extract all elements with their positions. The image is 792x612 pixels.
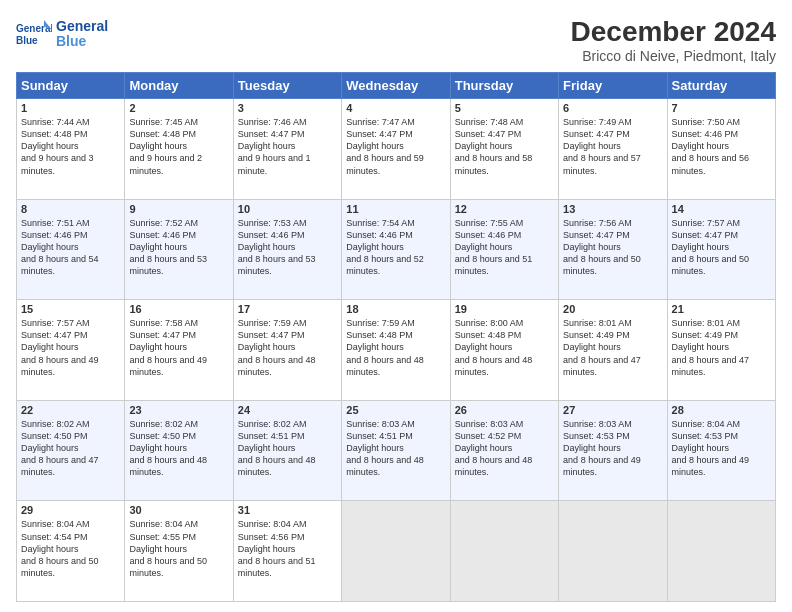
calendar-cell: 4Sunrise: 7:47 AMSunset: 4:47 PMDaylight… [342,99,450,200]
day-detail: Sunrise: 8:00 AMSunset: 4:48 PMDaylight … [455,318,533,377]
day-detail: Sunrise: 8:04 AMSunset: 4:56 PMDaylight … [238,519,316,578]
day-detail: Sunrise: 7:57 AMSunset: 4:47 PMDaylight … [672,218,750,277]
day-detail: Sunrise: 7:55 AMSunset: 4:46 PMDaylight … [455,218,533,277]
day-detail: Sunrise: 7:53 AMSunset: 4:46 PMDaylight … [238,218,316,277]
subtitle: Bricco di Neive, Piedmont, Italy [571,48,776,64]
day-number: 13 [563,203,662,215]
calendar-cell: 19Sunrise: 8:00 AMSunset: 4:48 PMDayligh… [450,300,558,401]
calendar-cell: 12Sunrise: 7:55 AMSunset: 4:46 PMDayligh… [450,199,558,300]
day-number: 5 [455,102,554,114]
day-number: 16 [129,303,228,315]
calendar-cell: 11Sunrise: 7:54 AMSunset: 4:46 PMDayligh… [342,199,450,300]
calendar-cell [559,501,667,602]
calendar-cell: 20Sunrise: 8:01 AMSunset: 4:49 PMDayligh… [559,300,667,401]
day-number: 15 [21,303,120,315]
day-detail: Sunrise: 8:01 AMSunset: 4:49 PMDaylight … [563,318,641,377]
calendar-cell: 24Sunrise: 8:02 AMSunset: 4:51 PMDayligh… [233,400,341,501]
calendar-cell: 21Sunrise: 8:01 AMSunset: 4:49 PMDayligh… [667,300,775,401]
calendar-cell: 18Sunrise: 7:59 AMSunset: 4:48 PMDayligh… [342,300,450,401]
calendar-cell: 23Sunrise: 8:02 AMSunset: 4:50 PMDayligh… [125,400,233,501]
day-number: 30 [129,504,228,516]
day-number: 20 [563,303,662,315]
day-detail: Sunrise: 8:04 AMSunset: 4:54 PMDaylight … [21,519,99,578]
calendar-cell: 10Sunrise: 7:53 AMSunset: 4:46 PMDayligh… [233,199,341,300]
calendar-cell: 14Sunrise: 7:57 AMSunset: 4:47 PMDayligh… [667,199,775,300]
calendar-cell: 9Sunrise: 7:52 AMSunset: 4:46 PMDaylight… [125,199,233,300]
weekday-header: Monday [125,73,233,99]
day-detail: Sunrise: 7:47 AMSunset: 4:47 PMDaylight … [346,117,424,176]
calendar-cell: 26Sunrise: 8:03 AMSunset: 4:52 PMDayligh… [450,400,558,501]
day-number: 6 [563,102,662,114]
day-detail: Sunrise: 7:58 AMSunset: 4:47 PMDaylight … [129,318,207,377]
svg-text:Blue: Blue [16,35,38,46]
weekday-header: Tuesday [233,73,341,99]
day-detail: Sunrise: 8:03 AMSunset: 4:51 PMDaylight … [346,419,424,478]
day-detail: Sunrise: 7:45 AMSunset: 4:48 PMDaylight … [129,117,202,176]
calendar-week-row: 29Sunrise: 8:04 AMSunset: 4:54 PMDayligh… [17,501,776,602]
day-number: 31 [238,504,337,516]
weekday-header: Saturday [667,73,775,99]
day-number: 24 [238,404,337,416]
day-number: 9 [129,203,228,215]
calendar-cell: 22Sunrise: 8:02 AMSunset: 4:50 PMDayligh… [17,400,125,501]
day-detail: Sunrise: 7:49 AMSunset: 4:47 PMDaylight … [563,117,641,176]
calendar-cell [667,501,775,602]
day-detail: Sunrise: 7:52 AMSunset: 4:46 PMDaylight … [129,218,207,277]
day-detail: Sunrise: 7:54 AMSunset: 4:46 PMDaylight … [346,218,424,277]
day-detail: Sunrise: 8:04 AMSunset: 4:55 PMDaylight … [129,519,207,578]
calendar-cell: 2Sunrise: 7:45 AMSunset: 4:48 PMDaylight… [125,99,233,200]
day-number: 11 [346,203,445,215]
calendar-cell: 6Sunrise: 7:49 AMSunset: 4:47 PMDaylight… [559,99,667,200]
weekday-header: Sunday [17,73,125,99]
day-number: 4 [346,102,445,114]
calendar-cell: 8Sunrise: 7:51 AMSunset: 4:46 PMDaylight… [17,199,125,300]
main-title: December 2024 [571,16,776,48]
day-number: 7 [672,102,771,114]
day-detail: Sunrise: 7:59 AMSunset: 4:47 PMDaylight … [238,318,316,377]
day-number: 23 [129,404,228,416]
calendar-cell [342,501,450,602]
calendar-cell: 1Sunrise: 7:44 AMSunset: 4:48 PMDaylight… [17,99,125,200]
day-number: 3 [238,102,337,114]
day-detail: Sunrise: 8:02 AMSunset: 4:50 PMDaylight … [129,419,207,478]
logo: General Blue General Blue [16,16,108,52]
day-detail: Sunrise: 7:56 AMSunset: 4:47 PMDaylight … [563,218,641,277]
day-number: 26 [455,404,554,416]
day-number: 8 [21,203,120,215]
day-number: 1 [21,102,120,114]
day-detail: Sunrise: 8:02 AMSunset: 4:50 PMDaylight … [21,419,99,478]
header: General Blue General Blue December 2024 … [16,16,776,64]
calendar-cell: 5Sunrise: 7:48 AMSunset: 4:47 PMDaylight… [450,99,558,200]
day-number: 2 [129,102,228,114]
day-detail: Sunrise: 8:04 AMSunset: 4:53 PMDaylight … [672,419,750,478]
day-number: 18 [346,303,445,315]
day-number: 22 [21,404,120,416]
day-number: 21 [672,303,771,315]
calendar-cell: 13Sunrise: 7:56 AMSunset: 4:47 PMDayligh… [559,199,667,300]
logo-icon: General Blue [16,16,52,52]
day-detail: Sunrise: 7:46 AMSunset: 4:47 PMDaylight … [238,117,311,176]
day-number: 14 [672,203,771,215]
calendar-cell: 16Sunrise: 7:58 AMSunset: 4:47 PMDayligh… [125,300,233,401]
logo-text-general: General [56,19,108,34]
calendar-cell: 7Sunrise: 7:50 AMSunset: 4:46 PMDaylight… [667,99,775,200]
day-number: 27 [563,404,662,416]
day-detail: Sunrise: 8:01 AMSunset: 4:49 PMDaylight … [672,318,750,377]
calendar-week-row: 22Sunrise: 8:02 AMSunset: 4:50 PMDayligh… [17,400,776,501]
day-detail: Sunrise: 7:51 AMSunset: 4:46 PMDaylight … [21,218,99,277]
day-detail: Sunrise: 7:48 AMSunset: 4:47 PMDaylight … [455,117,533,176]
calendar-cell: 31Sunrise: 8:04 AMSunset: 4:56 PMDayligh… [233,501,341,602]
day-number: 29 [21,504,120,516]
day-number: 17 [238,303,337,315]
calendar-week-row: 8Sunrise: 7:51 AMSunset: 4:46 PMDaylight… [17,199,776,300]
day-number: 10 [238,203,337,215]
calendar-cell: 28Sunrise: 8:04 AMSunset: 4:53 PMDayligh… [667,400,775,501]
calendar-week-row: 1Sunrise: 7:44 AMSunset: 4:48 PMDaylight… [17,99,776,200]
title-block: December 2024 Bricco di Neive, Piedmont,… [571,16,776,64]
day-detail: Sunrise: 7:50 AMSunset: 4:46 PMDaylight … [672,117,750,176]
day-detail: Sunrise: 8:03 AMSunset: 4:52 PMDaylight … [455,419,533,478]
day-detail: Sunrise: 7:59 AMSunset: 4:48 PMDaylight … [346,318,424,377]
weekday-header: Wednesday [342,73,450,99]
calendar-cell: 3Sunrise: 7:46 AMSunset: 4:47 PMDaylight… [233,99,341,200]
calendar-cell: 17Sunrise: 7:59 AMSunset: 4:47 PMDayligh… [233,300,341,401]
